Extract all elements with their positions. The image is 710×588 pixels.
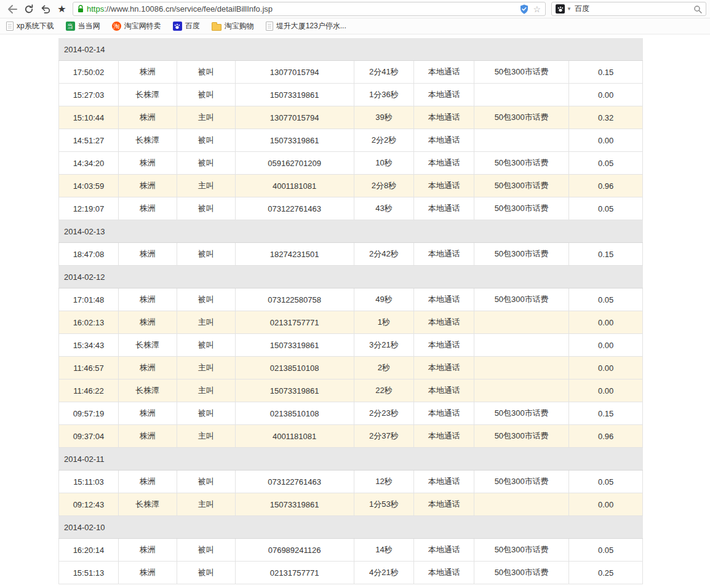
refresh-icon[interactable] xyxy=(20,1,37,17)
cell-fee: 0.05 xyxy=(569,288,643,311)
cell-fee_plan: 50包300市话费 xyxy=(474,243,569,266)
cell-time: 15:51:13 xyxy=(59,562,119,584)
bookmark-label: 淘宝网特卖 xyxy=(124,21,161,31)
bill-row: 11:46:22长株潭主叫1507331986122秒本地通话0.00 xyxy=(58,379,643,402)
bill-row: 18:47:08株洲被叫182742315012分42秒本地通话50包300市话… xyxy=(58,243,643,266)
taobao-temai-icon: 淘 xyxy=(112,22,121,31)
back-icon[interactable] xyxy=(4,1,20,17)
cell-fee: 0.15 xyxy=(569,402,643,425)
cell-fee: 0.05 xyxy=(569,152,643,175)
bookmark-tisheng-notice[interactable]: 堤升大厦123户停水... xyxy=(266,21,346,31)
undo-icon[interactable] xyxy=(37,1,54,17)
cell-call_type: 被叫 xyxy=(177,243,236,266)
search-box[interactable]: ▼ 百度 xyxy=(551,2,706,16)
cell-fee: 0.05 xyxy=(569,471,643,493)
bill-row: 09:57:19株洲被叫021385101082分23秒本地通话50包300市话… xyxy=(58,402,643,425)
bill-row: 14:34:20株洲被叫05916270120910秒本地通话50包300市话费… xyxy=(58,152,643,175)
cell-location: 株洲 xyxy=(119,311,177,334)
cell-duration: 2分23秒 xyxy=(354,402,415,425)
cell-fee_plan xyxy=(474,493,569,516)
cell-location: 长株潭 xyxy=(119,129,177,152)
url-scheme: https xyxy=(87,4,104,14)
cell-location: 株洲 xyxy=(119,539,177,562)
cell-time: 15:10:44 xyxy=(59,106,119,129)
cell-category: 本地通话 xyxy=(414,425,474,448)
cell-time: 12:19:07 xyxy=(59,197,119,220)
cell-category: 本地通话 xyxy=(414,106,474,129)
cell-location: 株洲 xyxy=(119,562,177,584)
bookmark-star-icon[interactable]: ★ xyxy=(54,1,70,17)
cell-number: 076989241126 xyxy=(236,539,354,562)
cell-time: 14:34:20 xyxy=(59,152,119,175)
cell-duration: 49秒 xyxy=(354,288,415,311)
cell-call_type: 主叫 xyxy=(177,106,236,129)
cell-number: 4001181081 xyxy=(236,175,354,197)
cell-duration: 14秒 xyxy=(354,539,415,562)
cell-call_type: 被叫 xyxy=(177,539,236,562)
bookmark-dangdang[interactable]: 当当当网 xyxy=(66,21,100,31)
cell-location: 株洲 xyxy=(119,152,177,175)
chevron-down-icon[interactable]: ▼ xyxy=(567,6,572,12)
bookmarks-bar: xp系统下载当当当网淘淘宝网特卖百度淘宝购物堤升大厦123户停水... xyxy=(0,18,710,34)
cell-call_type: 被叫 xyxy=(177,197,236,220)
cell-call_type: 被叫 xyxy=(177,84,236,106)
cell-location: 长株潭 xyxy=(119,493,177,516)
favorite-star-icon[interactable]: ☆ xyxy=(533,4,541,14)
cell-fee: 0.05 xyxy=(569,197,643,220)
bill-row: 16:20:14株洲被叫07698924112614秒本地通话50包300市话费… xyxy=(58,539,643,562)
bill-row: 09:12:43长株潭主叫150733198611分53秒本地通话0.00 xyxy=(58,493,643,516)
cell-time: 11:46:57 xyxy=(59,357,119,379)
baidu-engine-icon[interactable] xyxy=(556,4,565,14)
cell-category: 本地通话 xyxy=(414,471,474,493)
cell-category: 本地通话 xyxy=(414,197,474,220)
cell-number: 02138510108 xyxy=(236,402,354,425)
date-group-header: 2014-02-11 xyxy=(58,448,643,471)
bookmark-xp-download[interactable]: xp系统下载 xyxy=(6,21,54,31)
cell-fee: 0.00 xyxy=(569,379,643,402)
cell-fee: 0.00 xyxy=(569,311,643,334)
cell-category: 本地通话 xyxy=(414,379,474,402)
cell-duration: 1分36秒 xyxy=(354,84,415,106)
cell-fee: 0.00 xyxy=(569,493,643,516)
cell-category: 本地通话 xyxy=(414,311,474,334)
cell-category: 本地通话 xyxy=(414,84,474,106)
cell-number: 13077015794 xyxy=(236,106,354,129)
cell-location: 株洲 xyxy=(119,197,177,220)
address-bar[interactable]: https://www.hn.10086.cn/service/fee/deta… xyxy=(73,2,546,16)
cell-time: 17:01:48 xyxy=(59,288,119,311)
shield-icon[interactable] xyxy=(520,4,529,14)
cell-fee: 0.32 xyxy=(569,106,643,129)
cell-duration: 2分37秒 xyxy=(354,425,415,448)
cell-duration: 4分21秒 xyxy=(354,562,415,584)
cell-call_type: 主叫 xyxy=(177,425,236,448)
search-icon[interactable] xyxy=(693,5,702,14)
cell-category: 本地通话 xyxy=(414,493,474,516)
cell-number: 02138510108 xyxy=(236,357,354,379)
bookmark-taobao-temai[interactable]: 淘淘宝网特卖 xyxy=(112,21,161,31)
cell-fee_plan: 50包300市话费 xyxy=(474,106,569,129)
cell-time: 11:46:22 xyxy=(59,379,119,402)
dangdang-icon: 当 xyxy=(66,22,75,31)
cell-category: 本地通话 xyxy=(414,61,474,84)
cell-fee: 0.00 xyxy=(569,84,643,106)
cell-number: 13077015794 xyxy=(236,61,354,84)
bookmark-taobao-gouwu[interactable]: 淘宝购物 xyxy=(212,21,254,31)
cell-duration: 2分41秒 xyxy=(354,61,415,84)
cell-call_type: 主叫 xyxy=(177,357,236,379)
cell-time: 15:27:03 xyxy=(59,84,119,106)
cell-number: 15073319861 xyxy=(236,129,354,152)
bill-row: 14:03:59株洲主叫40011810812分8秒本地通话50包300市话费0… xyxy=(58,175,643,197)
cell-fee_plan: 50包300市话费 xyxy=(474,562,569,584)
cell-duration: 2分8秒 xyxy=(354,175,415,197)
cell-call_type: 被叫 xyxy=(177,562,236,584)
cell-category: 本地通话 xyxy=(414,357,474,379)
cell-call_type: 主叫 xyxy=(177,379,236,402)
cell-call_type: 被叫 xyxy=(177,334,236,357)
cell-category: 本地通话 xyxy=(414,402,474,425)
cell-category: 本地通话 xyxy=(414,129,474,152)
bookmark-baidu[interactable]: 百度 xyxy=(173,21,200,31)
cell-fee_plan xyxy=(474,334,569,357)
cell-location: 株洲 xyxy=(119,106,177,129)
cell-number: 15073319861 xyxy=(236,493,354,516)
cell-number: 02131757771 xyxy=(236,311,354,334)
